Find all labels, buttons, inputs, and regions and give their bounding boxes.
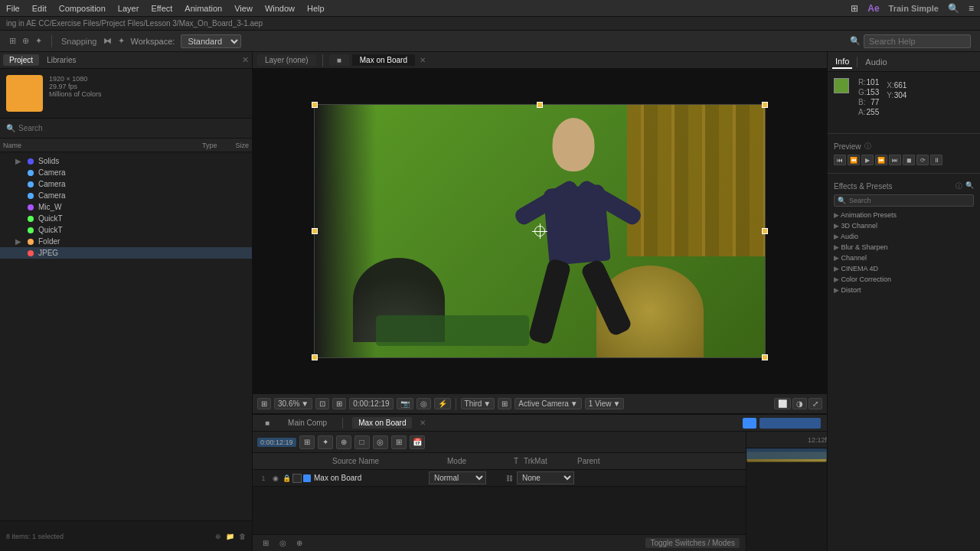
folder-icon-btn[interactable]: 📁 bbox=[226, 533, 234, 540]
timeline-ctrl-1[interactable]: ⊞ bbox=[299, 435, 315, 449]
timeline-ctrl-2[interactable]: ✦ bbox=[318, 435, 333, 449]
effect-item[interactable]: ▶ Animation Presets bbox=[834, 210, 974, 220]
preview-rev-btn[interactable]: ⏪ bbox=[848, 155, 860, 165]
timeline-bottom-btn-1[interactable]: ⊞ bbox=[259, 537, 273, 549]
view-count-select[interactable]: 1 View ▼ bbox=[585, 398, 625, 409]
preview-play-btn[interactable]: ▶ bbox=[861, 155, 874, 165]
scroll-indicator[interactable] bbox=[746, 448, 827, 459]
timeline-ctrl-4[interactable]: □ bbox=[354, 435, 370, 449]
menu-window[interactable]: Window bbox=[265, 4, 295, 13]
preview-info-icon[interactable]: ⓘ bbox=[864, 142, 871, 152]
list-item[interactable]: Mic_W bbox=[0, 201, 252, 213]
tab-render[interactable]: ■ bbox=[329, 54, 349, 66]
close-viewer-icon[interactable]: ✕ bbox=[420, 56, 426, 64]
menu-edit[interactable]: Edit bbox=[32, 4, 47, 13]
preview-fwd-btn[interactable]: ⏩ bbox=[875, 155, 887, 165]
motion-blur-btn[interactable]: ◎ bbox=[416, 398, 431, 409]
menu-layer[interactable]: Layer bbox=[118, 4, 139, 13]
effect-item[interactable]: ▶ Color Correction bbox=[834, 274, 974, 285]
viewer-area[interactable] bbox=[253, 69, 827, 393]
handle-top-right[interactable] bbox=[762, 102, 768, 108]
pixel-ratio-btn[interactable]: ⊞ bbox=[332, 398, 346, 409]
transparency-btn[interactable]: ⬜ bbox=[774, 398, 791, 409]
timeline-ctrl-7[interactable]: 📅 bbox=[410, 435, 425, 449]
chain-icon[interactable]: ⛓ bbox=[501, 474, 517, 482]
effect-item[interactable]: ▶ Blur & Sharpen bbox=[834, 242, 974, 253]
tab-footage[interactable]: Layer (none) bbox=[257, 54, 316, 66]
import-icon[interactable]: ⊕ bbox=[215, 533, 221, 540]
fast-preview-btn[interactable]: ⚡ bbox=[434, 398, 451, 409]
timeline-ctrl-5[interactable]: ◎ bbox=[373, 435, 388, 449]
handle-middle-left[interactable] bbox=[312, 228, 318, 234]
preview-last-btn[interactable]: ⏭ bbox=[889, 155, 901, 165]
tab-libraries[interactable]: Libraries bbox=[41, 54, 82, 66]
delete-icon[interactable]: 🗑 bbox=[239, 533, 246, 540]
grid-btn[interactable]: ⊞ bbox=[498, 398, 511, 409]
visibility-icon[interactable]: ◉ bbox=[271, 474, 280, 483]
close-icon[interactable]: ✕ bbox=[242, 55, 249, 65]
list-item[interactable]: ▶ Folder bbox=[0, 236, 252, 247]
preview-loop-btn[interactable]: ⟳ bbox=[916, 155, 929, 165]
handle-top-left[interactable] bbox=[312, 102, 318, 108]
list-item[interactable]: ▶ Solids bbox=[0, 155, 252, 167]
workspace-select[interactable]: Standard All Panels Minimal bbox=[181, 34, 241, 48]
effect-item[interactable]: ▶ Channel bbox=[834, 253, 974, 263]
exposure-btn[interactable]: ◑ bbox=[792, 398, 807, 409]
menu-animation[interactable]: Animation bbox=[185, 4, 222, 13]
effect-item[interactable]: ▶ CINEMA 4D bbox=[834, 263, 974, 274]
zoom-btn[interactable]: 30.6% ▼ bbox=[274, 398, 312, 409]
effects-info-icon[interactable]: ⓘ bbox=[956, 181, 962, 191]
list-item[interactable]: Camera bbox=[0, 167, 252, 178]
effect-item[interactable]: ▶ 3D Channel bbox=[834, 220, 974, 231]
table-row[interactable]: 1 ◉ 🔒 Max on Board Normal Multiply Scree… bbox=[253, 470, 746, 487]
tab-audio[interactable]: Audio bbox=[862, 56, 890, 68]
timecode-display[interactable]: 0:00:12:19 bbox=[349, 398, 393, 409]
preview-pause-btn[interactable]: ⏸ bbox=[930, 155, 942, 165]
list-item[interactable]: QuickT bbox=[0, 213, 252, 224]
timeline-tracks[interactable] bbox=[746, 448, 827, 551]
tab-info[interactable]: Info bbox=[832, 55, 852, 69]
timeline-bottom-btn-2[interactable]: ◎ bbox=[276, 537, 289, 549]
camera-icon[interactable]: 📷 bbox=[397, 398, 413, 409]
timeline-bottom-btn-3[interactable]: ⊕ bbox=[292, 537, 306, 549]
project-search-input[interactable] bbox=[18, 124, 246, 132]
effects-search-input[interactable] bbox=[849, 197, 970, 204]
camera-select[interactable]: Third ▼ bbox=[461, 398, 495, 409]
close-timeline-icon[interactable]: ✕ bbox=[420, 419, 426, 427]
list-item[interactable]: QuickT bbox=[0, 224, 252, 236]
menu-composition[interactable]: Composition bbox=[59, 4, 106, 13]
menu-effect[interactable]: Effect bbox=[151, 4, 172, 13]
effect-item[interactable]: ▶ Distort bbox=[834, 285, 974, 295]
effect-item[interactable]: ▶ Audio bbox=[834, 231, 974, 242]
menu-file[interactable]: File bbox=[6, 4, 20, 13]
full-screen-btn[interactable]: ⤢ bbox=[808, 398, 822, 409]
timeline-ctrl-3[interactable]: ⊕ bbox=[336, 435, 351, 449]
lock-icon[interactable]: 🔒 bbox=[282, 474, 291, 483]
timeline-tab-render[interactable]: ■ bbox=[259, 417, 276, 429]
timeline-tab-max[interactable]: Max on Board bbox=[352, 417, 412, 429]
search-help-input[interactable] bbox=[864, 34, 971, 48]
time-display[interactable]: 0:00:12:19 bbox=[257, 438, 296, 447]
layer-mode-select[interactable]: Normal Multiply Screen bbox=[429, 471, 486, 484]
toggle-switches-button[interactable]: Toggle Switches / Modes bbox=[645, 538, 740, 548]
effects-search-icon[interactable]: 🔍 bbox=[965, 181, 974, 191]
handle-top-center[interactable] bbox=[537, 102, 543, 108]
region-of-interest-btn[interactable]: ⊞ bbox=[257, 398, 271, 409]
timeline-ctrl-6[interactable]: ⊞ bbox=[391, 435, 407, 449]
timeline-tab-main[interactable]: Main Comp bbox=[282, 417, 333, 429]
list-item[interactable]: Camera bbox=[0, 190, 252, 201]
handle-bottom-left[interactable] bbox=[312, 354, 318, 360]
menu-view[interactable]: View bbox=[234, 4, 253, 13]
handle-middle-right[interactable] bbox=[762, 228, 768, 234]
view-select[interactable]: Active Camera ▼ bbox=[514, 398, 581, 409]
list-item[interactable]: JPEG bbox=[0, 247, 252, 259]
menu-help[interactable]: Help bbox=[307, 4, 325, 13]
handle-bottom-right[interactable] bbox=[762, 354, 768, 360]
tab-project[interactable]: Project bbox=[3, 54, 39, 66]
preview-first-btn[interactable]: ⏮ bbox=[834, 155, 846, 165]
fit-btn[interactable]: ⊡ bbox=[315, 398, 329, 409]
list-item[interactable]: Camera bbox=[0, 178, 252, 190]
layer-parent-select[interactable]: None bbox=[517, 471, 574, 484]
tab-max-on-board[interactable]: Max on Board bbox=[352, 54, 415, 66]
preview-stop-btn[interactable]: ◼ bbox=[903, 155, 915, 165]
